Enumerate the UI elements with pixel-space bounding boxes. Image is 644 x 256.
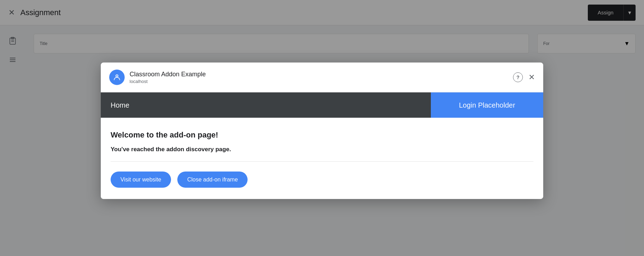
addon-subtitle: localhost: [130, 79, 206, 84]
addon-dialog: Classroom Addon Example localhost ? ✕ Ho…: [101, 63, 543, 199]
visit-website-button[interactable]: Visit our website: [111, 172, 171, 188]
nav-home[interactable]: Home: [101, 92, 431, 118]
addon-info: Classroom Addon Example localhost: [130, 71, 206, 84]
addon-title: Classroom Addon Example: [130, 71, 206, 78]
dialog-nav: Home Login Placeholder: [101, 92, 543, 118]
dialog-header-left: Classroom Addon Example localhost: [109, 70, 206, 85]
dialog-body: Welcome to the add-on page! You've reach…: [101, 118, 543, 199]
nav-home-label: Home: [111, 101, 129, 109]
dialog-header: Classroom Addon Example localhost ? ✕: [101, 63, 543, 92]
dialog-header-right: ? ✕: [513, 72, 535, 82]
nav-login-button[interactable]: Login Placeholder: [431, 92, 543, 118]
close-dialog-icon[interactable]: ✕: [528, 73, 535, 82]
help-icon[interactable]: ?: [513, 72, 523, 82]
dialog-actions: Visit our website Close add-on iframe: [111, 172, 533, 188]
nav-login-label: Login Placeholder: [459, 101, 515, 109]
svg-point-9: [116, 75, 118, 77]
welcome-title: Welcome to the add-on page!: [111, 130, 533, 140]
dialog-divider: [111, 161, 533, 162]
close-addon-iframe-button[interactable]: Close add-on iframe: [177, 172, 248, 188]
discovery-text: You've reached the addon discovery page.: [111, 146, 533, 153]
addon-icon: [109, 70, 125, 85]
